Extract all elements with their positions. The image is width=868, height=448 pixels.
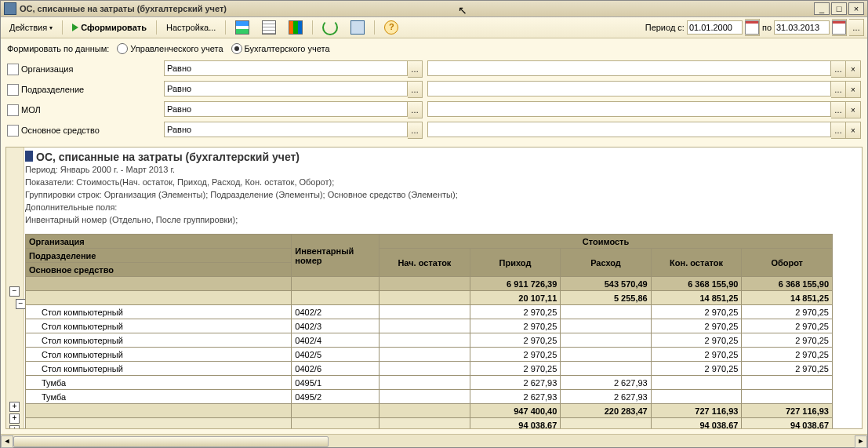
cell-value [561,305,651,319]
info-groupings: Группировки строк: Организация (Элементы… [25,188,859,201]
cell-inv: 0402/4 [292,333,380,348]
cell-inv: 0402/6 [292,362,380,376]
run-button[interactable]: Сформировать [67,20,152,35]
operator-select-button[interactable]: … [408,101,423,118]
table-row[interactable]: 20 107,115 255,8614 851,2514 851,25 [26,291,833,305]
minimize-button[interactable]: _ [814,2,830,15]
cell-inv [292,418,380,430]
cell-inv: 0402/3 [292,319,380,333]
operator-select-button[interactable]: … [408,81,423,98]
value-clear-button[interactable]: × [846,60,861,78]
cell-inv: 0402/2 [292,305,380,319]
col-asset: Основное средство [26,263,292,277]
calendar-icon [745,20,759,35]
cell-name: Стол компьютерный [26,348,292,362]
value-select-button[interactable]: … [831,122,846,139]
filter-operator[interactable]: Равно [164,122,408,137]
period-dialog-button[interactable]: … [849,19,864,36]
operator-select-button[interactable]: … [408,60,423,78]
table-row[interactable]: Стол компьютерный 0402/2 2 970,252 970,2… [26,305,833,319]
value-clear-button[interactable]: × [846,81,861,98]
run-label: Сформировать [81,23,147,32]
table-row[interactable]: Стол компьютерный 0402/6 2 970,252 970,2… [26,362,833,376]
table-row[interactable]: Тумба 0495/1 2 627,932 627,93 [26,376,833,390]
cell-value [742,376,833,390]
settings-button[interactable]: Настройка... [161,20,221,35]
filter-checkbox[interactable] [7,104,19,116]
filter-value[interactable] [427,122,831,137]
cell-value [380,376,470,390]
filter-checkbox[interactable] [7,84,19,96]
separator [225,20,226,35]
maximize-button[interactable]: □ [831,2,847,15]
info-inv: Инвентарный номер (Отдельно, После групп… [25,213,859,226]
info-period: Период: Январь 2000 г. - Март 2013 г. [25,163,859,176]
table-row[interactable]: Стол компьютерный 0402/4 2 970,252 970,2… [26,333,833,348]
scroll-left-button[interactable]: ◄ [1,435,13,448]
cell-inv: 0402/5 [292,348,380,362]
scroll-right-button[interactable]: ► [855,435,867,448]
report-marker [25,151,33,162]
bars-button[interactable] [283,18,308,37]
cell-name: Тумба [26,390,292,404]
value-select-button[interactable]: … [831,81,846,98]
col-sub: Кон. остаток [651,249,742,277]
value-select-button[interactable]: … [831,101,846,118]
value-clear-button[interactable]: × [846,122,861,139]
actions-menu[interactable]: Действия▾ [4,20,58,35]
settings-label: Настройка... [166,23,216,32]
calendar-icon [832,20,846,35]
radio-management[interactable]: Управленческого учета [117,43,223,54]
filter-value[interactable] [427,60,831,76]
date-to-picker[interactable] [832,19,847,36]
value-select-button[interactable]: … [831,60,846,78]
export-icon [350,20,365,35]
dropdown-icon: ▾ [49,24,53,31]
cell-value: 2 970,25 [651,362,742,376]
export-button[interactable] [345,18,370,37]
refresh-button[interactable] [317,17,343,38]
date-from-input[interactable] [687,20,743,35]
cell-value: 94 038,67 [651,418,742,430]
cell-value: 94 038,67 [470,418,561,430]
cell-name: Стол компьютерный [26,333,292,348]
date-to-input[interactable] [774,20,830,35]
filter-row: Подразделение Равно… …× [7,81,861,98]
date-from-picker[interactable] [745,19,760,36]
close-button[interactable]: × [848,2,864,15]
report-area[interactable]: −−+++ ОС, списанные на затраты (бухгалте… [5,147,863,429]
table-row[interactable]: 947 400,40220 283,47727 116,93727 116,93 [26,404,833,418]
filter-checkbox[interactable] [7,64,19,75]
filter-operator[interactable]: Равно [164,60,408,76]
table-row[interactable]: 6 911 726,39543 570,496 368 155,906 368 … [26,277,833,291]
toolbar: Действия▾ Сформировать Настройка... ? Пе… [1,17,867,38]
table-row[interactable]: Стол компьютерный 0402/5 2 970,252 970,2… [26,348,833,362]
cell-value: 2 627,93 [470,376,561,390]
cell-name [26,277,292,291]
table-row[interactable]: Стол компьютерный 0402/3 2 970,252 970,2… [26,319,833,333]
operator-select-button[interactable]: … [408,122,423,139]
cell-value: 14 851,25 [651,291,742,305]
filter-label: Организация [21,64,73,74]
help-icon: ? [384,20,398,35]
cell-name: Стол компьютерный [26,305,292,319]
horizontal-scrollbar[interactable]: ◄ ► [1,434,867,447]
chart-button[interactable] [230,18,255,37]
filter-value[interactable] [427,101,831,117]
value-clear-button[interactable]: × [846,101,861,118]
cell-value: 14 851,25 [742,291,833,305]
grid-button[interactable] [256,18,281,37]
filter-operator[interactable]: Равно [164,81,408,97]
radio-accounting[interactable]: Бухгалтерского учета [231,43,330,54]
chart-icon [235,20,249,35]
help-button[interactable]: ? [379,18,404,37]
filter-operator[interactable]: Равно [164,101,408,117]
table-row[interactable]: 94 038,6794 038,6794 038,67 [26,418,833,430]
radio-icon [231,43,242,54]
table-row[interactable]: Тумба 0495/2 2 627,932 627,93 [26,390,833,404]
cell-value: 2 970,25 [651,348,742,362]
cell-name [26,418,292,430]
scroll-thumb[interactable] [13,436,329,447]
filter-checkbox[interactable] [7,125,19,137]
filter-value[interactable] [427,81,831,97]
